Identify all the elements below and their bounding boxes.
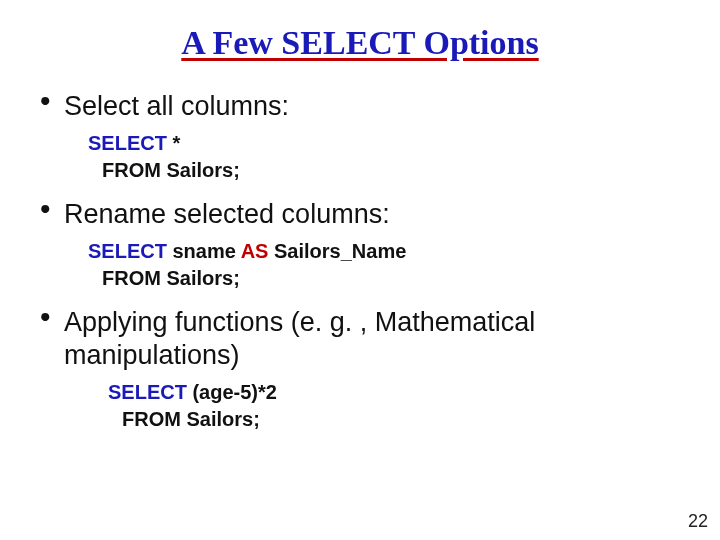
keyword-as: AS bbox=[241, 240, 269, 262]
bullet-list: Select all columns: SELECT * FROM Sailor… bbox=[30, 90, 690, 433]
code-text: * bbox=[167, 132, 180, 154]
keyword-select: SELECT bbox=[88, 240, 167, 262]
bullet-text: Select all columns: bbox=[64, 90, 690, 124]
code-line: FROM Sailors; bbox=[88, 265, 690, 292]
code-block: SELECT * FROM Sailors; bbox=[88, 130, 690, 184]
code-block: SELECT (age-5)*2 FROM Sailors; bbox=[108, 379, 690, 433]
keyword-select: SELECT bbox=[88, 132, 167, 154]
code-text: Sailors_Name bbox=[268, 240, 406, 262]
code-line: FROM Sailors; bbox=[88, 157, 690, 184]
code-text: sname bbox=[167, 240, 241, 262]
bullet-text: Rename selected columns: bbox=[64, 198, 690, 232]
page-number: 22 bbox=[688, 511, 708, 532]
code-text: (age-5)*2 bbox=[187, 381, 277, 403]
slide: A Few SELECT Options Select all columns:… bbox=[0, 0, 720, 433]
list-item: Rename selected columns: SELECT sname AS… bbox=[36, 198, 690, 292]
code-block: SELECT sname AS Sailors_Name FROM Sailor… bbox=[88, 238, 690, 292]
code-line: FROM Sailors; bbox=[108, 406, 690, 433]
keyword-select: SELECT bbox=[108, 381, 187, 403]
slide-title: A Few SELECT Options bbox=[30, 24, 690, 62]
code-line: SELECT (age-5)*2 bbox=[108, 379, 690, 406]
list-item: Select all columns: SELECT * FROM Sailor… bbox=[36, 90, 690, 184]
bullet-text: Applying functions (e. g. , Mathematical… bbox=[64, 306, 690, 374]
list-item: Applying functions (e. g. , Mathematical… bbox=[36, 306, 690, 434]
code-line: SELECT sname AS Sailors_Name bbox=[88, 238, 690, 265]
code-line: SELECT * bbox=[88, 130, 690, 157]
